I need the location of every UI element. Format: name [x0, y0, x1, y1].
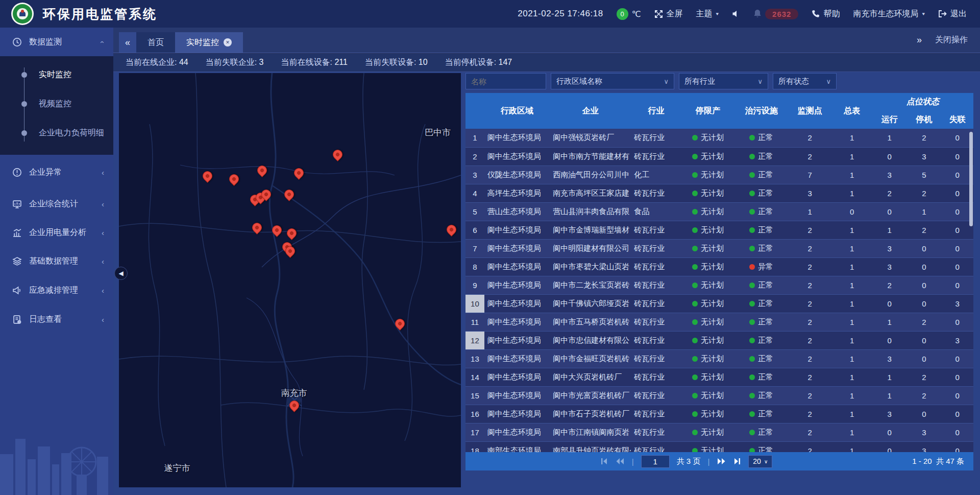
sound-mute-button[interactable] — [732, 10, 740, 18]
sidebar-item-video-monitoring[interactable]: 视频监控 — [0, 89, 113, 119]
col-run: 运行 — [872, 111, 907, 129]
last-page-button[interactable] — [733, 458, 741, 465]
previous-page-button[interactable] — [616, 458, 625, 465]
first-page-button[interactable] — [600, 458, 608, 465]
sidebar-item-log-view[interactable]: 日志查看 ‹ — [0, 305, 113, 334]
table-row[interactable]: 11阆中生态环境局阆中市五马桥页岩机砖砖瓦行业无计划正常21120 — [465, 313, 973, 331]
cityscape-decoration — [0, 408, 113, 495]
status-online-devices: 当前在线设备: 211 — [281, 57, 348, 68]
name-filter-input[interactable] — [465, 73, 546, 89]
sidebar-item-enterprise-statistics[interactable]: 企业综合统计 ‹ — [0, 190, 113, 218]
help-button[interactable]: 帮助 — [812, 9, 840, 19]
theme-dropdown[interactable]: 主题 ▾ — [696, 9, 719, 19]
sidebar-item-power-load-detail[interactable]: 企业电力负荷明细 — [0, 119, 113, 148]
table-row[interactable]: 15阆中生态环境局阆中市光富页岩机砖厂砖瓦行业无计划正常21120 — [465, 386, 973, 405]
tab-scroll-left-button[interactable]: « — [119, 32, 136, 53]
table-row[interactable]: 8阆中生态环境局阆中市枣碧大梁山页岩砖瓦行业无计划异常21300 — [465, 257, 973, 276]
filter-bar: 行政区域名称 ∨ 所有行业 ∨ 所有状态 ∨ — [465, 73, 973, 89]
table-row[interactable]: 4高坪生态环境局南充市高坪区王家店建砖瓦行业无计划正常31220 — [465, 184, 973, 202]
sidebar-item-realtime-monitoring[interactable]: 实时监控 — [0, 60, 113, 89]
map-city-label: 南充市 — [281, 387, 307, 399]
col-region: 行政区域 — [484, 93, 550, 129]
table-row[interactable]: 12阆中生态环境局阆中市忠信建材有限公砖瓦行业无计划正常21003 — [465, 331, 973, 349]
status-online-companies: 当前在线企业: 44 — [126, 57, 188, 68]
map-labels-layer: 巴中市南充市遂宁市 — [119, 73, 461, 487]
sidebar-item-emergency-reduction[interactable]: 应急减排管理 ‹ — [0, 275, 113, 305]
org-user-dropdown[interactable]: 南充市生态环境局 ▾ — [853, 9, 925, 19]
sidebar-item-enterprise-anomaly[interactable]: 企业异常 ‹ — [0, 155, 113, 190]
col-monitor: 监测点 — [788, 93, 832, 129]
chevron-collapsed-icon: ‹ — [102, 168, 104, 177]
map-city-label: 遂宁市 — [164, 462, 190, 474]
industry-filter-select[interactable]: 所有行业 ∨ — [679, 73, 768, 89]
status-offline-devices: 当前失联设备: 10 — [365, 57, 428, 68]
chevron-expanded-icon: ‹ — [99, 41, 107, 43]
table-row[interactable]: 17阆中生态环境局阆中市江南镇阆南页岩砖瓦行业无计划正常21030 — [465, 423, 973, 441]
table-row[interactable]: 2阆中生态环境局阆中市南方节能建材有砖瓦行业无计划正常21030 — [465, 147, 973, 166]
chevron-down-icon: ∨ — [764, 459, 768, 464]
close-operations-button[interactable]: 关闭操作 — [935, 35, 968, 45]
bullet-icon — [21, 101, 27, 107]
chevron-down-icon: ∨ — [664, 78, 669, 85]
col-lost: 失联 — [941, 111, 973, 129]
table-row[interactable]: 5营山生态环境局营山县润丰肉食品有限食品无计划正常10010 — [465, 202, 973, 221]
region-filter-select[interactable]: 行政区域名称 ∨ — [551, 73, 674, 89]
chevron-collapsed-icon: ‹ — [102, 315, 104, 324]
bullet-icon — [21, 72, 27, 78]
notifications[interactable]: 2632 — [753, 9, 798, 19]
table-row[interactable]: 3仪陇生态环境局西南油气田分公司川中化工无计划正常71350 — [465, 166, 973, 184]
tab-close-icon[interactable]: ✕ — [224, 38, 232, 46]
tab-bar: « 首页 实时监控 ✕ » 关闭操作 — [113, 28, 980, 53]
pagination-bar: | 共 3 页 | 20 ∨ 1 - 20 共 47 条 — [465, 452, 973, 470]
page-number-input[interactable] — [641, 455, 670, 468]
alert-circle-icon — [12, 168, 22, 177]
status-filter-select[interactable]: 所有状态 ∨ — [773, 73, 837, 89]
record-range-label: 1 - 20 共 47 条 — [912, 457, 964, 466]
map-panel[interactable]: 巴中市南充市遂宁市 — [119, 73, 461, 487]
col-company: 企业 — [550, 93, 631, 129]
megaphone-icon — [12, 286, 22, 295]
fullscreen-button[interactable]: 全屏 — [654, 9, 683, 19]
clock-icon — [12, 37, 22, 47]
col-meter: 总表 — [831, 93, 872, 129]
table-row[interactable]: 13阆中生态环境局阆中市金福旺页岩机砖砖瓦行业无计划正常21300 — [465, 349, 973, 368]
sidebar-item-data-monitoring[interactable]: 数据监测 ‹ — [0, 28, 113, 56]
col-index — [465, 93, 484, 129]
data-monitoring-submenu: 实时监控 视频监控 企业电力负荷明细 — [0, 56, 113, 155]
status-bar: 当前在线企业: 44 当前失联企业: 3 当前在线设备: 211 当前失联设备:… — [113, 54, 980, 72]
table-row[interactable]: 6阆中生态环境局阆中市金博瑞新型墙材砖瓦行业无计划正常21120 — [465, 221, 973, 239]
page-size-select[interactable]: 20 ∨ — [748, 455, 772, 468]
stats-board-icon — [12, 199, 22, 209]
sidebar-item-power-usage-analysis[interactable]: 企业用电量分析 ‹ — [0, 218, 113, 247]
tab-scroll-right-button[interactable]: » — [917, 35, 922, 45]
map-city-label: 巴中市 — [425, 126, 451, 138]
theme-caret-icon: ▾ — [716, 11, 719, 16]
tab-realtime-monitoring[interactable]: 实时监控 ✕ — [175, 32, 243, 53]
sidebar-item-basic-data-management[interactable]: 基础数据管理 ‹ — [0, 247, 113, 275]
notification-count-badge: 2632 — [765, 9, 798, 19]
fullscreen-icon — [654, 10, 663, 18]
log-file-icon — [12, 315, 22, 324]
total-pages-label: 共 3 页 — [677, 457, 701, 466]
tab-home[interactable]: 首页 — [136, 32, 175, 53]
col-industry: 行业 — [631, 93, 681, 129]
sidebar: 数据监测 ‹ 实时监控 视频监控 企业电力负荷明细 企业异常 ‹ 企业综合统计 … — [0, 28, 113, 495]
chevron-collapsed-icon: ‹ — [102, 228, 104, 237]
table-row[interactable]: 9阆中生态环境局阆中市二龙长宝页岩砖砖瓦行业无计划正常21200 — [465, 276, 973, 294]
table-scrollbar[interactable] — [969, 132, 973, 226]
table-row[interactable]: 7阆中生态环境局阆中明阳建材有限公司砖瓦行业无计划正常21300 — [465, 239, 973, 257]
temperature-badge: 0 — [617, 8, 628, 20]
table-row[interactable]: 14阆中生态环境局阆中大兴页岩机砖厂砖瓦行业无计划正常21120 — [465, 368, 973, 386]
layers-icon — [12, 256, 22, 266]
table-row[interactable]: 1阆中生态环境局阆中强锐页岩砖厂砖瓦行业无计划正常21120 — [465, 129, 973, 147]
next-page-button[interactable] — [717, 458, 726, 465]
org-caret-icon: ▾ — [922, 11, 925, 16]
col-limit: 停限产 — [681, 93, 734, 129]
logout-button[interactable]: 退出 — [938, 9, 967, 19]
chevron-collapsed-icon: ‹ — [102, 200, 104, 208]
table-row[interactable]: 16阆中生态环境局阆中市石子页岩机砖厂砖瓦行业无计划正常21300 — [465, 405, 973, 423]
status-offline-companies: 当前失联企业: 3 — [206, 57, 264, 68]
table-row[interactable]: 10阆中生态环境局阆中千佛镇六郎垭页岩砖瓦行业无计划正常21003 — [465, 294, 973, 313]
map-collapse-button[interactable]: ◀ — [114, 267, 128, 280]
top-header: 环保用电监管系统 2021-02-25 17:46:18 0 ℃ 全屏 主题 ▾… — [0, 0, 980, 28]
